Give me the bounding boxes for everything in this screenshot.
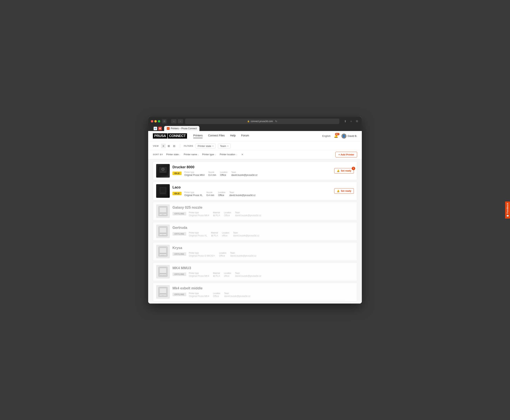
add-printer-button[interactable]: + Add Printer [335, 152, 357, 158]
svg-text:MK4: MK4 [162, 214, 165, 215]
view-label: VIEW [153, 145, 159, 147]
nav-forum[interactable]: Forum [241, 134, 249, 138]
svg-rect-25 [160, 268, 167, 273]
printer-info-laco: Laco IDLE Printer type Original Prusa XL… [172, 185, 332, 197]
meta-team-laco: Team david.buzek@prusa3d.cz [229, 191, 256, 197]
printer-name-galaxy025: Galaxy 025 nozzle [172, 206, 354, 210]
printer-name-mk4exbelt: Mk4 exbelt middle [172, 286, 354, 290]
back-button[interactable]: ‹ [171, 119, 176, 123]
tab-overview-button[interactable]: ⧉ [355, 119, 359, 123]
user-avatar: 👤 [342, 134, 346, 139]
nav-help[interactable]: Help [230, 134, 236, 138]
printer-card-gertruda[interactable]: XL Gertruda OFFLINE Printer type Origina… [153, 222, 357, 241]
printer-status-row-drucker8000: IDLE Printer type Original Prusa MK4 Noz… [172, 170, 332, 176]
meta-location-mk4exbelt: Location Office [213, 292, 221, 298]
new-tab-button[interactable]: ＋ [349, 119, 353, 123]
minimize-traffic-light[interactable] [154, 120, 157, 122]
printer-meta-drucker8000: Printer type Original Prusa MK4 Nozzle 0… [184, 171, 258, 176]
meta-material-gertruda: Material ⊠ PLA [211, 232, 218, 237]
sort-arrow-down-icon-2: ↓ [198, 154, 199, 156]
tab-gmail-1[interactable]: M [154, 127, 157, 130]
compact-view-button[interactable]: ⊟ [172, 144, 176, 148]
printer-icon-mk4mmu3: MK4 MMU3 [156, 265, 170, 278]
user-menu-button[interactable]: 👤 David B. [342, 134, 357, 139]
nav-connect-files[interactable]: Connect Files [208, 134, 225, 138]
set-ready-label: Set ready [341, 169, 351, 172]
address-bar[interactable]: 🔒 connect.prusa3d.com ↻ [185, 119, 339, 124]
browser-nav-controls: ‹ › [171, 119, 183, 123]
team-filter[interactable]: Team ▾ [218, 144, 230, 149]
svg-rect-15 [160, 227, 167, 233]
svg-rect-8 [161, 188, 165, 192]
printer-info-mk4exbelt: Mk4 exbelt middle OFFLINE Printer type O… [172, 286, 354, 298]
nav-printers[interactable]: Printers [193, 134, 203, 138]
grid-view-button[interactable]: ⊞ [167, 144, 171, 148]
language-selector[interactable]: English [322, 135, 331, 137]
sort-by-printer-name[interactable]: Printer name ↓ [183, 153, 200, 156]
prusa-logo[interactable]: PRUSA CONNECT [153, 133, 187, 139]
sort-printer-location-label: Printer location [220, 153, 235, 156]
svg-rect-30 [160, 288, 167, 293]
share-button[interactable]: ⬆ [343, 119, 347, 123]
printer-card-drucker8000[interactable]: Drucker 8000 IDLE Printer type Original … [153, 161, 357, 180]
svg-rect-10 [160, 207, 167, 213]
forward-button[interactable]: › [178, 119, 183, 123]
sort-arrow-inactive-icon-2: ◇ [236, 154, 237, 156]
notifications-button[interactable]: 🔔 99+ [333, 133, 339, 139]
printer-state-filter[interactable]: Printer state ▾ [196, 144, 216, 149]
meta-location-galaxy025: Location Office [224, 211, 231, 217]
svg-text:MK4 MMU3: MK4 MMU3 [160, 275, 166, 276]
nav-links: Printers Connect Files Help Forum [193, 134, 322, 138]
tab-prusa-connect[interactable]: C Printers – Prusa Connect [164, 126, 199, 131]
refresh-icon[interactable]: ↻ [275, 120, 277, 123]
sidebar-toggle-button[interactable]: ⊟ [162, 119, 167, 123]
sort-arrow-down-icon: ↓ [179, 154, 180, 156]
meta-location-laco: Location Office [218, 191, 226, 197]
bell-small-icon: 🔔 [337, 169, 340, 172]
close-traffic-light[interactable] [151, 120, 153, 122]
printer-card-mk4mmu3[interactable]: MK4 MMU3 MK4 MMU3 OFFLINE Printer type O… [153, 262, 357, 281]
printer-card-galaxy025[interactable]: MK4 Galaxy 025 nozzle OFFLINE Printer ty… [153, 202, 357, 220]
svg-text:XL: XL [162, 234, 164, 236]
sort-by-printer-location[interactable]: Printer location ◇ [219, 153, 238, 156]
meta-material-mk4mmu3: Material ⊠ PLA [213, 272, 220, 277]
meta-team-drucker8000: Team david.buzek@prusa3d.cz [231, 171, 258, 176]
set-ready-button-drucker8000[interactable]: 🔔 Set ready 1 [334, 168, 354, 173]
svg-text:MK4: MK4 [162, 295, 164, 296]
printer-card-krysa[interactable]: MK3S/+ Krysa OFFLINE Printer type Origin… [153, 242, 357, 261]
tab-gmail-2[interactable]: M [158, 127, 162, 130]
svg-text:MK3S/+: MK3S/+ [161, 255, 165, 256]
printer-card-mk4exbelt[interactable]: MK4 Mk4 exbelt middle OFFLINE Printer ty… [153, 283, 357, 301]
filters-label: FILTERS [184, 145, 193, 147]
user-avatar-icon: 👤 [343, 135, 345, 137]
sort-printer-name-label: Printer name [184, 153, 197, 156]
printer-name-mk4mmu3: MK4 MMU3 [172, 266, 354, 270]
printer-status-row-galaxy025: OFFLINE Printer type Original Prusa MK4 … [172, 211, 354, 217]
printer-info-krysa: Krysa OFFLINE Printer type Original Prus… [172, 246, 354, 257]
meta-location-drucker8000: Location Office [220, 171, 228, 176]
maximize-traffic-light[interactable] [158, 120, 160, 122]
list-view-button[interactable]: ≡ [161, 144, 166, 148]
printer-meta-mk4mmu3: Printer type Original Prusa MK4 Material… [189, 272, 261, 277]
notification-badge: 99+ [335, 133, 340, 135]
tab-bar: M M C Printers – Prusa Connect [151, 126, 359, 131]
printer-name-drucker8000: Drucker 8000 [172, 165, 332, 169]
printer-name-krysa: Krysa [172, 246, 354, 250]
meta-type-mk4exbelt: Printer type Original Prusa MK4 [189, 292, 209, 298]
feedback-tab[interactable]: 💬 Feedback [505, 202, 510, 218]
sort-by-printer-type[interactable]: Printer type ◇ [201, 153, 217, 156]
printer-meta-laco: Printer type Original Prusa XL Nozzle 0.… [184, 191, 256, 197]
printer-info-gertruda: Gertruda OFFLINE Printer type Original P… [172, 226, 354, 237]
meta-nozzle-laco: Nozzle 0.4 mm [206, 191, 214, 197]
printer-status-row-laco: IDLE Printer type Original Prusa XL Nozz… [172, 191, 332, 197]
svg-rect-2 [160, 172, 166, 172]
feedback-label: Feedback [507, 203, 509, 214]
clear-sort-button[interactable]: ✕ [240, 153, 244, 157]
printer-meta-galaxy025: Printer type Original Prusa MK4 Material… [189, 211, 261, 217]
sort-by-printer-state[interactable]: Printer state ↓ [165, 153, 181, 156]
chevron-down-icon-2: ▾ [228, 145, 228, 147]
set-ready-button-laco[interactable]: 🔔 Set ready [334, 188, 354, 194]
printer-card-laco[interactable]: Laco IDLE Printer type Original Prusa XL… [153, 182, 357, 200]
printer-photo-laco [156, 184, 170, 198]
printer-status-row-gertruda: OFFLINE Printer type Original Prusa XL M… [172, 231, 354, 237]
